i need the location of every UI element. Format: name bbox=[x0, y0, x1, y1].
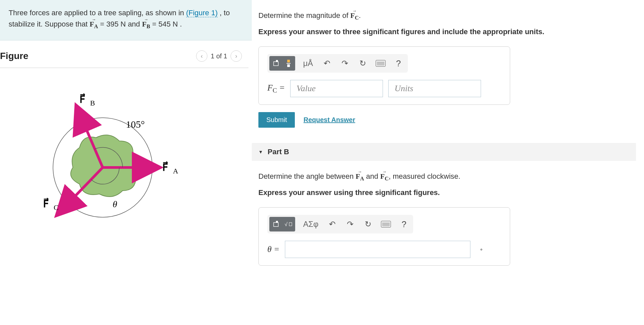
svg-rect-20 bbox=[289, 223, 292, 226]
partb-instruction: Express your answer using three signific… bbox=[258, 187, 636, 198]
svg-rect-17 bbox=[274, 223, 278, 227]
svg-rect-12 bbox=[274, 62, 278, 66]
svg-text:105°: 105° bbox=[126, 119, 145, 130]
parta-prompt-pre: Determine the magnitude of bbox=[258, 11, 350, 20]
template-buttons-b: √ bbox=[269, 217, 295, 231]
partb-title: Part B bbox=[268, 148, 289, 156]
help-icon-b[interactable]: ? bbox=[398, 218, 410, 231]
parta-prompt: Determine the magnitude of →FC. bbox=[258, 10, 636, 22]
svg-text:F⃗: F⃗ bbox=[43, 198, 49, 209]
partb-prompt-pre: Determine the angle between bbox=[258, 172, 356, 180]
help-icon[interactable]: ? bbox=[393, 57, 404, 70]
figure-heading: Figure bbox=[0, 51, 28, 61]
partb-toolbar: √ ΑΣφ ↶ ↷ ↻ ? bbox=[267, 215, 413, 233]
vector-fc-prompt: →FC bbox=[350, 11, 359, 20]
svg-rect-14 bbox=[287, 60, 290, 62]
value-input[interactable]: Value bbox=[290, 80, 383, 97]
parta-prompt-post: . bbox=[359, 11, 361, 20]
fb-value: = 545 N . bbox=[150, 20, 182, 28]
collapse-caret-icon: ▼ bbox=[258, 149, 263, 155]
partb-prompt-post: , measured clockwise. bbox=[389, 172, 460, 180]
submit-button[interactable]: Submit bbox=[258, 112, 295, 128]
problem-and: and bbox=[128, 20, 142, 28]
problem-statement: Three forces are applied to a tree sapli… bbox=[0, 0, 252, 40]
parta-lhs: FC = bbox=[267, 83, 285, 94]
units-button[interactable]: μÅ bbox=[301, 59, 315, 68]
svg-text:F⃗: F⃗ bbox=[162, 161, 168, 173]
request-answer-link[interactable]: Request Answer bbox=[303, 116, 355, 124]
vector-fa: →FA bbox=[90, 20, 98, 28]
reset-icon-b[interactable]: ↻ bbox=[362, 218, 374, 231]
partb-prompt: Determine the angle between →FA and →FC,… bbox=[258, 171, 636, 183]
reset-icon[interactable]: ↻ bbox=[357, 57, 369, 70]
figure-diagram: F⃗ B 105° F⃗ A F⃗ C θ bbox=[0, 68, 248, 249]
template-rect-icon-b[interactable] bbox=[270, 218, 282, 231]
fa-value: = 395 N bbox=[98, 20, 126, 28]
theta-input[interactable] bbox=[285, 241, 470, 258]
svg-text:C: C bbox=[54, 203, 59, 212]
parta-instruction: Express your answer to three significant… bbox=[258, 26, 636, 37]
partb-lhs: θ = bbox=[267, 244, 280, 254]
svg-rect-13 bbox=[276, 60, 278, 62]
partb-answer-box: √ ΑΣφ ↶ ↷ ↻ ? θ = ∘ bbox=[258, 207, 510, 266]
svg-text:B: B bbox=[90, 99, 95, 107]
parta-toolbar: μÅ ↶ ↷ ↻ ? bbox=[267, 54, 408, 73]
next-figure-button[interactable]: › bbox=[231, 50, 242, 62]
svg-text:θ: θ bbox=[113, 199, 117, 209]
svg-rect-15 bbox=[287, 63, 291, 64]
redo-icon[interactable]: ↷ bbox=[339, 57, 351, 70]
svg-text:A: A bbox=[173, 167, 178, 175]
redo-icon-b[interactable]: ↷ bbox=[344, 218, 356, 231]
svg-text:√: √ bbox=[285, 222, 288, 227]
partb-header[interactable]: ▼ Part B bbox=[252, 143, 636, 161]
problem-intro: Three forces are applied to a tree sapli… bbox=[9, 9, 186, 17]
parta-answer-box: μÅ ↶ ↷ ↻ ? FC = Value Units bbox=[258, 46, 510, 105]
prev-figure-button[interactable]: ‹ bbox=[196, 50, 207, 62]
undo-icon-b[interactable]: ↶ bbox=[326, 218, 338, 231]
fraction-icon[interactable] bbox=[283, 57, 295, 70]
svg-text:F⃗: F⃗ bbox=[80, 93, 85, 105]
partb-prompt-mid: and bbox=[366, 172, 380, 180]
undo-icon[interactable]: ↶ bbox=[321, 57, 333, 70]
units-input[interactable]: Units bbox=[388, 80, 481, 97]
template-rect-icon[interactable] bbox=[270, 57, 282, 70]
greek-button[interactable]: ΑΣφ bbox=[301, 220, 320, 229]
vector-fa-b: →FA bbox=[356, 172, 364, 180]
pager-label: 1 of 1 bbox=[211, 52, 227, 60]
degree-symbol: ∘ bbox=[480, 246, 483, 253]
svg-rect-18 bbox=[276, 221, 278, 223]
keyboard-icon-b[interactable] bbox=[380, 218, 392, 231]
vector-fb: →FB bbox=[142, 20, 150, 28]
figure-link[interactable]: (Figure 1) bbox=[186, 9, 218, 17]
svg-rect-16 bbox=[287, 64, 290, 67]
vector-fc-b: →FC bbox=[380, 172, 389, 180]
template-buttons bbox=[269, 56, 295, 71]
keyboard-icon[interactable] bbox=[375, 57, 387, 70]
figure-pager: ‹ 1 of 1 › bbox=[196, 50, 242, 62]
root-icon[interactable]: √ bbox=[283, 218, 295, 231]
